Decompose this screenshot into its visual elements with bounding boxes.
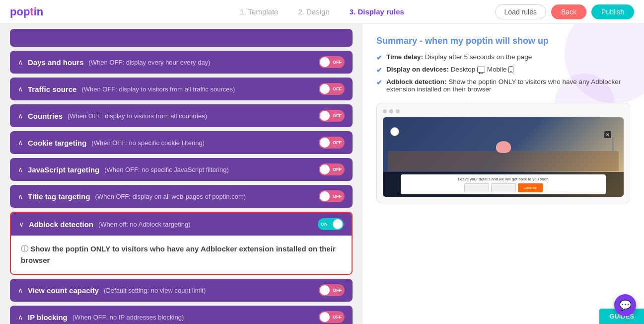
right-panel: Summary - when my poptin will show up ✔ …: [362, 24, 644, 324]
rule-title: Traffic source: [28, 85, 76, 93]
toggle-traffic-source[interactable]: [319, 83, 345, 95]
rule-subtitle: (When OFF: no specific cookie filtering): [91, 139, 205, 147]
back-button[interactable]: Back: [551, 4, 586, 19]
rule-left: ∧ Countries (When OFF: display to visito…: [18, 112, 207, 120]
checkmark-icon: ✔: [376, 79, 382, 86]
scene-clock: [390, 127, 399, 136]
popup-inner: Leave your details and we will get back …: [401, 174, 605, 194]
rule-cookie-targeting[interactable]: ∧ Cookie targeting (When OFF: no specifi…: [10, 131, 353, 154]
adblock-subtitle: (When off: no Adblock targeting): [98, 221, 190, 228]
toggle-knob: [333, 219, 343, 229]
chevron-icon: ∧: [18, 139, 23, 147]
toggle-knob: [320, 84, 330, 94]
checkmark-icon: ✔: [376, 54, 382, 62]
scene-pig: [496, 141, 511, 153]
toggle-title-tag[interactable]: [319, 190, 345, 202]
chevron-icon: ∧: [18, 85, 23, 93]
dot-3: [396, 109, 400, 113]
chevron-icon: ∧: [18, 313, 23, 321]
rule-title: Title tag targeting: [28, 192, 90, 201]
rule-left: ∧ IP blocking (When OFF: no IP addresses…: [18, 313, 184, 322]
rule-title: Cookie targeting: [28, 139, 86, 147]
chevron-icon: ∧: [18, 112, 23, 120]
popup-field-2: [491, 183, 516, 192]
toggle-knob: [320, 164, 330, 174]
top-collapsed-bar[interactable]: [10, 29, 353, 47]
adblock-title: Adblock detection: [29, 220, 93, 229]
toggle-knob: [320, 191, 330, 201]
header: poptin 1. Template 2. Design 3. Display …: [0, 0, 644, 24]
rule-ip-blocking[interactable]: ∧ IP blocking (When OFF: no IP addresses…: [10, 306, 353, 324]
rule-left: ∧ Title tag targeting (When OFF: display…: [18, 192, 246, 201]
rule-days-hours[interactable]: ∧ Days and hours (When OFF: display ever…: [10, 51, 353, 74]
rule-title-tag[interactable]: ∧ Title tag targeting (When OFF: display…: [10, 185, 353, 208]
toggle-countries[interactable]: [319, 110, 345, 122]
chevron-icon: ∧: [18, 286, 23, 294]
rule-subtitle: (When OFF: display on all web-pages of p…: [95, 193, 246, 200]
preview-box: ✕ Leave your details and we will get bac…: [376, 103, 630, 203]
rule-traffic-source[interactable]: ∧ Traffic source (When OFF: display to v…: [10, 78, 353, 100]
adblock-header[interactable]: ∨ Adblock detection (When off: no Adbloc…: [11, 213, 352, 236]
nav-step-template[interactable]: 1. Template: [240, 7, 278, 16]
rule-view-count[interactable]: ∧ View count capacity (Default setting: …: [10, 279, 353, 302]
dot-1: [383, 109, 387, 113]
nav-step-design[interactable]: 2. Design: [298, 7, 329, 16]
nav-step-display-rules[interactable]: 3. Display rules: [350, 7, 404, 16]
rule-title: Days and hours: [28, 58, 84, 67]
rule-js-targeting[interactable]: ∧ JavaScript targeting (When OFF: no spe…: [10, 158, 353, 181]
chevron-icon: ∧: [18, 192, 23, 200]
scene-desk: [388, 151, 619, 171]
toggle-knob: [320, 138, 330, 148]
toggle-view-count[interactable]: [319, 284, 345, 296]
toggle-knob: [320, 57, 330, 67]
scene-lamp: [612, 137, 614, 152]
rule-left: ∧ Days and hours (When OFF: display ever…: [18, 58, 210, 67]
rule-title: IP blocking: [28, 313, 68, 322]
rule-countries[interactable]: ∧ Countries (When OFF: display to visito…: [10, 104, 353, 127]
mobile-icon: [508, 66, 513, 73]
rule-left: ∧ Traffic source (When OFF: display to v…: [18, 85, 235, 93]
toggle-cookie-targeting[interactable]: [319, 137, 345, 149]
adblock-body: ⓘ Show the poptin ONLY to visitors who h…: [11, 236, 352, 274]
summary-key: Display on devices:: [386, 66, 449, 73]
popup-subscribe-btn[interactable]: Subscribe: [518, 183, 543, 192]
monitor-icon: [477, 67, 485, 73]
publish-button[interactable]: Publish: [591, 4, 634, 19]
chevron-icon: ∨: [19, 220, 24, 228]
main-layout: ∧ Days and hours (When OFF: display ever…: [0, 24, 644, 324]
preview-image: ✕ Leave your details and we will get bac…: [383, 117, 624, 197]
chat-button[interactable]: 💬: [614, 294, 636, 316]
rule-subtitle: (When OFF: no IP addresses blocking): [72, 314, 184, 321]
chat-icon: 💬: [619, 299, 632, 311]
toggle-js-targeting[interactable]: [319, 163, 345, 175]
rule-left: ∧ View count capacity (Default setting: …: [18, 286, 206, 295]
preview-dots: [383, 109, 624, 113]
toggle-knob: [320, 312, 330, 322]
header-actions: Load rules Back Publish: [495, 4, 634, 19]
rule-subtitle: (When OFF: display every hour every day): [89, 59, 211, 66]
rule-adblock-detection[interactable]: ∨ Adblock detection (When off: no Adbloc…: [10, 212, 353, 275]
rule-title: JavaScript targeting: [28, 165, 99, 174]
chevron-icon: ∧: [18, 58, 23, 66]
popup-text: Leave your details and we will get back …: [458, 177, 548, 181]
load-rules-button[interactable]: Load rules: [495, 4, 546, 19]
toggle-adblock[interactable]: [318, 218, 344, 230]
rule-subtitle: (Default setting: no view count limit): [104, 287, 206, 294]
toggle-days-hours[interactable]: [319, 56, 345, 68]
toggle-ip-blocking[interactable]: [319, 311, 345, 323]
chevron-icon: ∧: [18, 165, 23, 173]
question-icon: ⓘ: [21, 244, 28, 253]
rule-title: Countries: [28, 112, 63, 120]
popup-close-icon: ✕: [604, 131, 611, 138]
checkmark-icon: ✔: [376, 66, 382, 74]
rule-title: View count capacity: [28, 286, 99, 295]
left-panel: ∧ Days and hours (When OFF: display ever…: [0, 24, 362, 324]
toggle-knob: [320, 285, 330, 295]
popup-overlay: Leave your details and we will get back …: [383, 172, 624, 197]
adblock-body-text: ⓘ Show the poptin ONLY to visitors who h…: [21, 243, 342, 266]
nav-steps: 1. Template 2. Design 3. Display rules: [240, 7, 404, 16]
rule-subtitle: (When OFF: display to visitors from all …: [81, 85, 235, 93]
rule-subtitle: (When OFF: display to visitors from all …: [68, 112, 207, 120]
rule-left: ∨ Adblock detection (When off: no Adbloc…: [19, 220, 191, 229]
dot-2: [389, 109, 393, 113]
